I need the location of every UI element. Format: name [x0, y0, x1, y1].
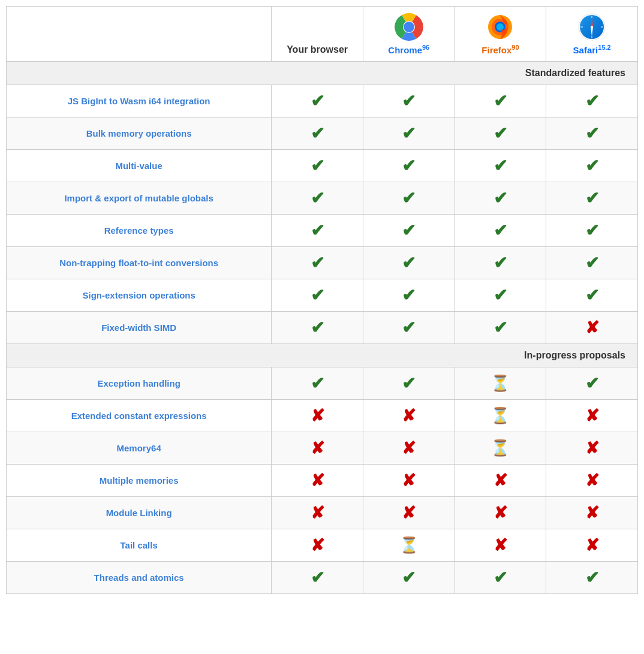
firefox-status: ⏳ [455, 432, 546, 465]
check-icon: ✔ [311, 221, 324, 240]
firefox-header-content: Firefox90 [460, 13, 541, 55]
check-icon: ✔ [402, 156, 416, 175]
cross-icon: ✘ [493, 504, 507, 522]
firefox-status: ⏳ [455, 400, 546, 432]
check-icon: ✔ [311, 254, 324, 272]
section-title: In-progress proposals [7, 344, 638, 367]
hourglass-icon: ⏳ [490, 439, 510, 457]
chrome-status: ✘ [363, 432, 455, 465]
your-browser-status: ✔ [272, 367, 363, 400]
cross-icon: ✘ [585, 471, 599, 490]
cross-icon: ✘ [493, 471, 507, 490]
your-browser-status: ✔ [272, 182, 363, 215]
feature-name: Sign-extension operations [7, 279, 272, 312]
table-row: Sign-extension operations ✔ ✔ ✔ ✔ [7, 279, 638, 312]
your-browser-status: ✔ [272, 215, 363, 247]
chrome-status: ✔ [363, 562, 455, 594]
chrome-status: ✔ [363, 215, 455, 247]
chrome-status: ✔ [363, 150, 455, 182]
check-icon: ✔ [311, 189, 324, 207]
check-icon: ✔ [585, 254, 599, 272]
chrome-status: ✔ [363, 367, 455, 400]
safari-status: ✔ [546, 562, 638, 594]
feature-name: Reference types [7, 215, 272, 247]
chrome-status: ✘ [363, 400, 455, 432]
your-browser-status: ✘ [272, 432, 363, 465]
check-icon: ✔ [585, 286, 599, 305]
firefox-status: ✔ [455, 312, 546, 344]
firefox-status: ✔ [455, 150, 546, 182]
svg-point-6 [496, 23, 504, 31]
cross-icon: ✘ [585, 318, 599, 337]
your-browser-status: ✔ [272, 117, 363, 150]
cross-icon: ✘ [402, 439, 416, 457]
table-row: Module Linking ✘ ✘ ✘ ✘ [7, 497, 638, 529]
cross-icon: ✘ [311, 439, 324, 457]
firefox-status: ✔ [455, 279, 546, 312]
feature-name: Multi-value [7, 150, 272, 182]
compatibility-table-container: Your browser [6, 6, 638, 594]
safari-status: ✔ [546, 367, 638, 400]
chrome-name: Chrome96 [388, 44, 429, 55]
check-icon: ✔ [311, 374, 324, 393]
your-browser-status: ✔ [272, 279, 363, 312]
cross-icon: ✘ [585, 504, 599, 522]
chrome-header: Chrome96 [363, 7, 455, 62]
firefox-status: ✔ [455, 85, 546, 117]
hourglass-icon: ⏳ [490, 406, 510, 424]
hourglass-icon: ⏳ [399, 536, 419, 554]
safari-status: ✘ [546, 432, 638, 465]
chrome-status: ⏳ [363, 529, 455, 562]
firefox-status: ✔ [455, 562, 546, 594]
check-icon: ✔ [311, 156, 324, 175]
check-icon: ✔ [493, 92, 507, 110]
feature-name: Import & export of mutable globals [7, 182, 272, 215]
safari-icon [577, 13, 606, 41]
check-icon: ✔ [493, 124, 507, 143]
feature-name: Exception handling [7, 367, 272, 400]
cross-icon: ✘ [311, 536, 324, 554]
feature-name: Non-trapping float-to-int conversions [7, 247, 272, 279]
table-row: Extended constant expressions ✘ ✘ ⏳ ✘ [7, 400, 638, 432]
chrome-status: ✔ [363, 312, 455, 344]
your-browser-status: ✔ [272, 562, 363, 594]
feature-name: Multiple memories [7, 465, 272, 497]
safari-status: ✔ [546, 279, 638, 312]
chrome-icon [395, 13, 423, 41]
check-icon: ✔ [585, 374, 599, 393]
feature-name: Module Linking [7, 497, 272, 529]
safari-status: ✔ [546, 85, 638, 117]
check-icon: ✔ [493, 156, 507, 175]
check-icon: ✔ [493, 221, 507, 240]
your-browser-status: ✘ [272, 529, 363, 562]
chrome-status: ✘ [363, 465, 455, 497]
svg-point-2 [404, 22, 414, 32]
chrome-status: ✔ [363, 279, 455, 312]
your-browser-status: ✔ [272, 247, 363, 279]
table-row: Import & export of mutable globals ✔ ✔ ✔… [7, 182, 638, 215]
table-row: Memory64 ✘ ✘ ⏳ ✘ [7, 432, 638, 465]
feature-name: Extended constant expressions [7, 400, 272, 432]
table-row: Tail calls ✘ ⏳ ✘ ✘ [7, 529, 638, 562]
check-icon: ✔ [402, 189, 416, 207]
check-icon: ✔ [311, 568, 324, 587]
cross-icon: ✘ [311, 471, 324, 490]
check-icon: ✔ [402, 318, 416, 337]
firefox-header: Firefox90 [455, 7, 546, 62]
firefox-status: ✘ [455, 497, 546, 529]
check-icon: ✔ [585, 124, 599, 143]
firefox-icon [486, 13, 514, 41]
cross-icon: ✘ [402, 406, 416, 425]
firefox-status: ✘ [455, 529, 546, 562]
svg-point-11 [591, 26, 593, 28]
firefox-status: ✔ [455, 117, 546, 150]
feature-name: JS BigInt to Wasm i64 integration [7, 85, 272, 117]
safari-status: ✘ [546, 400, 638, 432]
check-icon: ✔ [493, 254, 507, 272]
table-header-row: Your browser [7, 7, 638, 62]
your-browser-label: Your browser [287, 44, 348, 55]
check-icon: ✔ [493, 286, 507, 305]
cross-icon: ✘ [585, 406, 599, 425]
chrome-status: ✔ [363, 182, 455, 215]
check-icon: ✔ [402, 221, 416, 240]
